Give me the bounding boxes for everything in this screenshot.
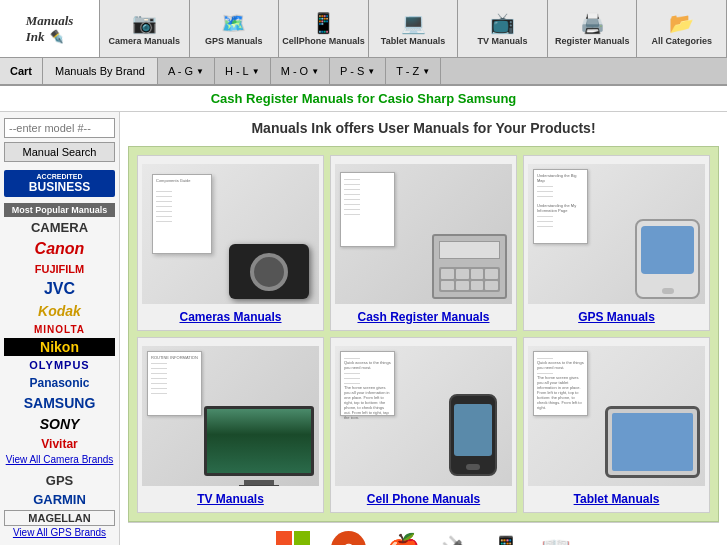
camera-manual-doc-1: Components Guide————————————————————————…: [152, 174, 212, 254]
tablet-manual-doc: ————Quick access to the things you need …: [533, 351, 588, 416]
brands-button[interactable]: Manuals By Brand: [43, 58, 158, 84]
view-all-gps-link[interactable]: View All GPS Brands: [4, 527, 115, 538]
brand-samsung[interactable]: SAMSUNG: [4, 393, 115, 413]
alpha-mo[interactable]: M - O ▼: [271, 58, 330, 84]
cart-button[interactable]: Cart: [0, 58, 43, 84]
gps-nav-icon: 🗺️: [221, 11, 246, 35]
manual-search-button[interactable]: Manual Search: [4, 142, 115, 162]
gps-nav-label: GPS Manuals: [205, 36, 263, 46]
model-search-input[interactable]: [4, 118, 115, 138]
nav-register[interactable]: 🖨️ Register Manuals: [548, 0, 638, 57]
register-image-area: ————————————————————————————————: [335, 164, 512, 304]
alpha-ps[interactable]: P - S ▼: [330, 58, 386, 84]
brand-panasonic[interactable]: Panasonic: [4, 374, 115, 392]
nav-tv[interactable]: 📺 TV Manuals: [458, 0, 548, 57]
register-device-icon: [432, 234, 507, 299]
chevron-down-icon: ▼: [311, 67, 319, 76]
all-nav-icon: 📂: [669, 11, 694, 35]
brand-jvc[interactable]: JVC: [4, 278, 115, 300]
cellphone-nav-label: CellPhone Manuals: [282, 36, 365, 46]
tablet-bottom-icon: 📱: [491, 535, 521, 546]
tablet-device-icon: [605, 406, 700, 478]
site-logo[interactable]: Manuals Ink ✒️: [0, 0, 100, 57]
camera-nav-icon: 📷: [132, 11, 157, 35]
brand-magellan[interactable]: MAGELLAN: [4, 510, 115, 526]
apple-mac-icon: 🍎: [386, 532, 421, 545]
secondary-navigation: Cart Manuals By Brand A - G ▼ H - L ▼ M …: [0, 58, 727, 86]
promo-bar[interactable]: Cash Register Manuals for Casio Sharp Sa…: [0, 86, 727, 112]
chevron-down-icon: ▼: [252, 67, 260, 76]
tablet-nav-icon: 💻: [401, 11, 426, 35]
brand-sony[interactable]: SONY: [4, 414, 115, 434]
camera-device-icon: [229, 244, 309, 299]
product-cell-phone: ————Quick access to the things you need …: [330, 337, 517, 513]
product-cell-cameras: Components Guide————————————————————————…: [137, 155, 324, 331]
windows-icon: [276, 531, 311, 545]
register-manual-doc: ————————————————————————————————: [340, 172, 395, 247]
usb-icon: 🔌: [441, 535, 471, 546]
main-content: Manuals Ink offers User Manuals for Your…: [120, 112, 727, 545]
main-layout: Manual Search ACCREDITED BUSINESS Most P…: [0, 112, 727, 545]
cellphone-manuals-link[interactable]: Cell Phone Manuals: [367, 492, 480, 506]
sidebar: Manual Search ACCREDITED BUSINESS Most P…: [0, 112, 120, 545]
camera-section-title: CAMERA: [4, 220, 115, 235]
view-all-camera-link[interactable]: View All Camera Brands: [4, 454, 115, 465]
nav-cellphone[interactable]: 📱 CellPhone Manuals: [279, 0, 369, 57]
bottom-os-bar: ⊙ 🍎 🔌 📱 📖: [128, 522, 719, 545]
cash-register-manuals-link[interactable]: Cash Register Manuals: [357, 310, 489, 324]
camera-nav-label: Camera Manuals: [109, 36, 181, 46]
ereader-icon: 📖: [541, 535, 571, 546]
popular-manuals-label: Most Popular Manuals: [4, 203, 115, 217]
register-nav-label: Register Manuals: [555, 36, 630, 46]
tv-manual-doc: ROUTINE INFORMATION—————————————————————…: [147, 351, 202, 416]
phone-image-area: ————Quick access to the things you need …: [335, 346, 512, 486]
tablet-image-area: ————Quick access to the things you need …: [528, 346, 705, 486]
bbb-badge: ACCREDITED BUSINESS: [4, 170, 115, 197]
cameras-image-area: Components Guide————————————————————————…: [142, 164, 319, 304]
alpha-hl[interactable]: H - L ▼: [215, 58, 271, 84]
tablet-nav-label: Tablet Manuals: [381, 36, 445, 46]
product-grid: Components Guide————————————————————————…: [128, 146, 719, 522]
chevron-down-icon: ▼: [367, 67, 375, 76]
nav-all[interactable]: 📂 All Categories: [637, 0, 727, 57]
chevron-down-icon: ▼: [422, 67, 430, 76]
product-cell-tv: ROUTINE INFORMATION—————————————————————…: [137, 337, 324, 513]
tv-nav-icon: 📺: [490, 11, 515, 35]
brand-olympus[interactable]: OLYMPUS: [4, 357, 115, 373]
brand-canon[interactable]: Canon: [4, 238, 115, 260]
brand-fujifilm[interactable]: FUJIFILM: [4, 261, 115, 277]
brand-garmin[interactable]: GARMIN: [4, 490, 115, 509]
register-nav-icon: 🖨️: [580, 11, 605, 35]
brand-minolta[interactable]: MINOLTA: [4, 322, 115, 337]
main-title: Manuals Ink offers User Manuals for Your…: [128, 120, 719, 136]
product-cell-register: ————————————————————————————————: [330, 155, 517, 331]
ubuntu-icon: ⊙: [331, 531, 366, 545]
gps-manual-doc: Understanding the Big Map————————————Und…: [533, 169, 588, 244]
brand-vivitar[interactable]: Vivitar: [4, 435, 115, 453]
gps-device-icon: [635, 219, 700, 299]
brand-nikon[interactable]: Nikon: [4, 338, 115, 356]
chevron-down-icon: ▼: [196, 67, 204, 76]
svg-rect-1: [294, 531, 310, 545]
tv-nav-label: TV Manuals: [478, 36, 528, 46]
all-nav-label: All Categories: [651, 36, 712, 46]
gps-manuals-link[interactable]: GPS Manuals: [578, 310, 655, 324]
brand-kodak[interactable]: Kodak: [4, 301, 115, 321]
gps-section: GPS GARMIN MAGELLAN View All GPS Brands: [4, 473, 115, 538]
cameras-manuals-link[interactable]: Cameras Manuals: [179, 310, 281, 324]
alpha-ag[interactable]: A - G ▼: [158, 58, 215, 84]
gps-image-area: Understanding the Big Map————————————Und…: [528, 164, 705, 304]
tablet-manuals-link[interactable]: Tablet Manuals: [574, 492, 660, 506]
nav-gps[interactable]: 🗺️ GPS Manuals: [190, 0, 280, 57]
phone-device-icon: [449, 394, 497, 476]
product-cell-gps: Understanding the Big Map————————————Und…: [523, 155, 710, 331]
alpha-tz[interactable]: T - Z ▼: [386, 58, 441, 84]
phone-manual-doc: ————Quick access to the things you need …: [340, 351, 395, 416]
tv-manuals-link[interactable]: TV Manuals: [197, 492, 264, 506]
nav-camera[interactable]: 📷 Camera Manuals: [100, 0, 190, 57]
svg-rect-0: [276, 531, 292, 545]
tv-device-icon: [204, 406, 314, 476]
cellphone-nav-icon: 📱: [311, 11, 336, 35]
gps-section-title: GPS: [4, 473, 115, 488]
nav-tablet[interactable]: 💻 Tablet Manuals: [369, 0, 459, 57]
